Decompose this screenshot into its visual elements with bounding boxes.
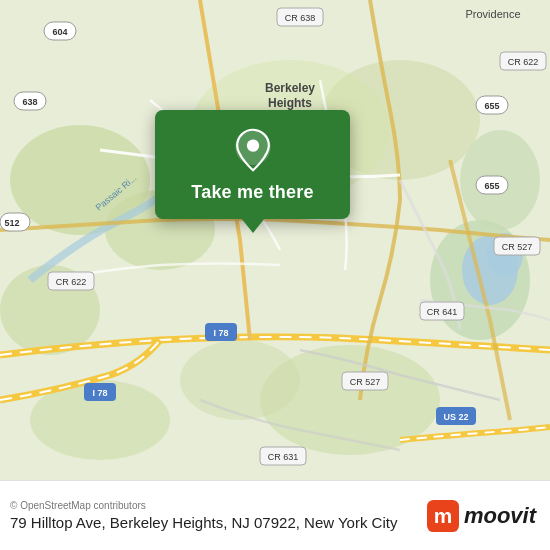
svg-text:512: 512 xyxy=(4,218,19,228)
svg-text:Providence: Providence xyxy=(465,8,520,20)
moovit-logo: m moovit xyxy=(427,500,536,532)
bottom-bar: © OpenStreetMap contributors 79 Hilltop … xyxy=(0,480,550,550)
svg-text:604: 604 xyxy=(52,27,67,37)
svg-point-7 xyxy=(180,340,300,420)
svg-text:CR 641: CR 641 xyxy=(427,307,458,317)
address-text: 79 Hilltop Ave, Berkeley Heights, NJ 079… xyxy=(10,514,397,531)
moovit-m-icon: m xyxy=(427,500,459,532)
svg-text:I 78: I 78 xyxy=(213,328,228,338)
svg-text:CR 527: CR 527 xyxy=(350,377,381,387)
take-me-there-button[interactable]: Take me there xyxy=(191,182,313,203)
location-popup: Take me there xyxy=(155,110,350,219)
svg-text:CR 622: CR 622 xyxy=(56,277,87,287)
map-background: 604 CR 638 638 Berkeley Heights 655 655 … xyxy=(0,0,550,480)
svg-text:US 22: US 22 xyxy=(443,412,468,422)
svg-text:CR 631: CR 631 xyxy=(268,452,299,462)
svg-text:CR 622: CR 622 xyxy=(508,57,539,67)
svg-text:Heights: Heights xyxy=(268,96,312,110)
bottom-left-info: © OpenStreetMap contributors 79 Hilltop … xyxy=(10,500,397,531)
svg-text:CR 527: CR 527 xyxy=(502,242,533,252)
svg-text:m: m xyxy=(434,504,453,527)
svg-text:638: 638 xyxy=(22,97,37,107)
svg-text:655: 655 xyxy=(484,181,499,191)
svg-text:CR 638: CR 638 xyxy=(285,13,316,23)
location-pin-icon xyxy=(231,128,275,172)
moovit-logo-text: moovit xyxy=(464,503,536,529)
svg-text:655: 655 xyxy=(484,101,499,111)
map-container[interactable]: 604 CR 638 638 Berkeley Heights 655 655 … xyxy=(0,0,550,480)
svg-text:Berkeley: Berkeley xyxy=(265,81,315,95)
svg-text:I 78: I 78 xyxy=(92,388,107,398)
osm-attribution: © OpenStreetMap contributors xyxy=(10,500,397,511)
svg-point-48 xyxy=(246,139,258,151)
